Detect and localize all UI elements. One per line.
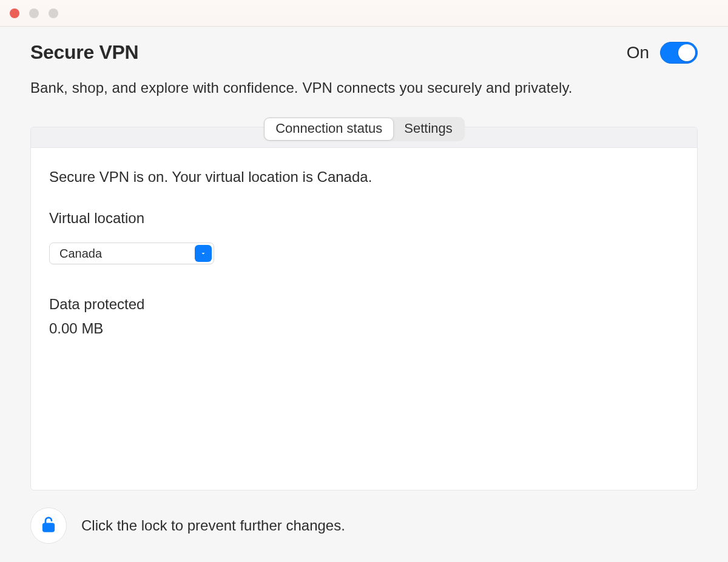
toggle-knob — [678, 44, 695, 61]
vpn-status-message: Secure VPN is on. Your virtual location … — [49, 169, 679, 186]
data-protected-label: Data protected — [49, 296, 679, 313]
window-close-button[interactable] — [10, 8, 19, 18]
window-minimize-button[interactable] — [29, 8, 39, 18]
page-title: Secure VPN — [30, 41, 627, 64]
panel-body: Secure VPN is on. Your virtual location … — [31, 148, 697, 358]
chevron-down-icon — [195, 245, 212, 262]
data-protected-value: 0.00 MB — [49, 320, 679, 337]
main-panel: Secure VPN is on. Your virtual location … — [30, 127, 698, 490]
content-area: Secure VPN On Bank, shop, and explore wi… — [0, 27, 728, 562]
tab-group: Connection status Settings — [263, 117, 465, 141]
lock-hint-text: Click the lock to prevent further change… — [81, 517, 345, 534]
virtual-location-dropdown[interactable]: Canada — [49, 243, 214, 264]
titlebar — [0, 0, 728, 27]
vpn-toggle[interactable] — [660, 42, 698, 64]
unlock-icon — [39, 515, 58, 536]
page-subtitle: Bank, shop, and explore with confidence.… — [30, 79, 698, 96]
panel-wrap: Connection status Settings Secure VPN is… — [30, 127, 698, 490]
svg-rect-0 — [43, 524, 54, 532]
header-row: Secure VPN On — [30, 41, 698, 64]
toggle-state-label: On — [627, 43, 649, 62]
window-zoom-button[interactable] — [49, 8, 58, 18]
footer-row: Click the lock to prevent further change… — [30, 492, 698, 562]
lock-button[interactable] — [30, 507, 67, 544]
virtual-location-label: Virtual location — [49, 210, 679, 227]
virtual-location-value: Canada — [59, 247, 102, 261]
tab-settings[interactable]: Settings — [393, 118, 463, 140]
tab-connection-status[interactable]: Connection status — [265, 118, 393, 140]
